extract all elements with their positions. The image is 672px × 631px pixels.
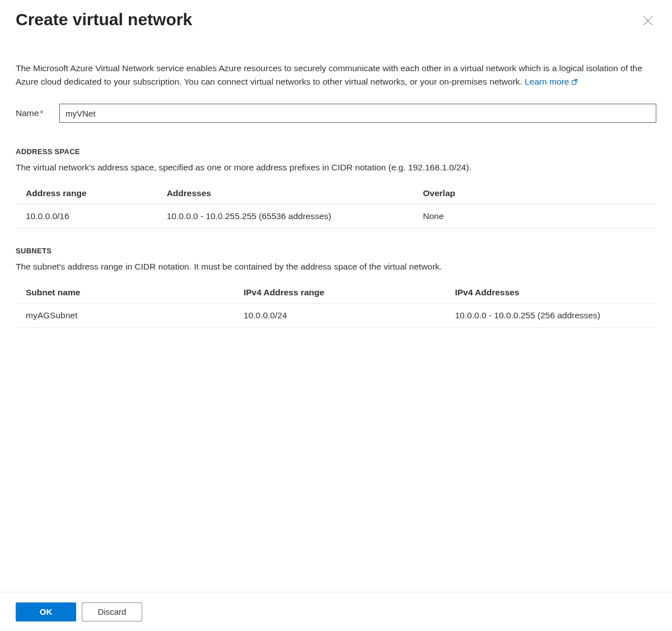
col-ipv4-addresses: IPv4 Addresses [445, 282, 656, 304]
close-icon[interactable] [640, 12, 656, 29]
learn-more-label: Learn more [525, 77, 569, 86]
name-label: Name* [16, 108, 59, 118]
cell-overlap: None [413, 205, 656, 229]
discard-button[interactable]: Discard [82, 602, 142, 621]
cell-addresses: 10.0.0.0 - 10.0.255.255 (65536 addresses… [157, 205, 413, 229]
name-label-text: Name [16, 108, 39, 118]
col-overlap: Overlap [413, 183, 656, 205]
table-row[interactable]: 10.0.0.0/16 10.0.0.0 - 10.0.255.255 (655… [16, 205, 656, 229]
col-address-range: Address range [16, 183, 157, 205]
col-subnet-name: Subnet name [16, 282, 234, 304]
name-input[interactable] [59, 104, 656, 123]
cell-ipv4-range: 10.0.0.0/24 [234, 304, 445, 328]
footer-bar: OK Discard [0, 592, 672, 631]
cell-address-range: 10.0.0.0/16 [16, 205, 157, 229]
address-space-description: The virtual network's address space, spe… [16, 163, 656, 173]
subnets-table: Subnet name IPv4 Address range IPv4 Addr… [16, 282, 656, 328]
col-addresses: Addresses [157, 183, 413, 205]
cell-ipv4-addresses: 10.0.0.0 - 10.0.0.255 (256 addresses) [445, 304, 656, 328]
required-star-icon: * [40, 108, 43, 118]
table-row[interactable]: myAGSubnet 10.0.0.0/24 10.0.0.0 - 10.0.0… [16, 304, 656, 328]
learn-more-link[interactable]: Learn more [525, 77, 578, 86]
address-space-table: Address range Addresses Overlap 10.0.0.0… [16, 183, 656, 229]
subnets-heading: SUBNETS [16, 247, 656, 255]
address-space-heading: ADDRESS SPACE [16, 147, 656, 156]
svg-line-3 [574, 80, 577, 83]
subnets-description: The subnet's address range in CIDR notat… [16, 262, 656, 272]
page-title: Create virtual network [16, 10, 192, 29]
cell-subnet-name: myAGSubnet [16, 304, 234, 328]
external-link-icon [571, 76, 578, 89]
col-ipv4-range: IPv4 Address range [234, 282, 445, 304]
ok-button[interactable]: OK [16, 602, 76, 621]
intro-text: The Microsoft Azure Virtual Network serv… [16, 62, 656, 89]
